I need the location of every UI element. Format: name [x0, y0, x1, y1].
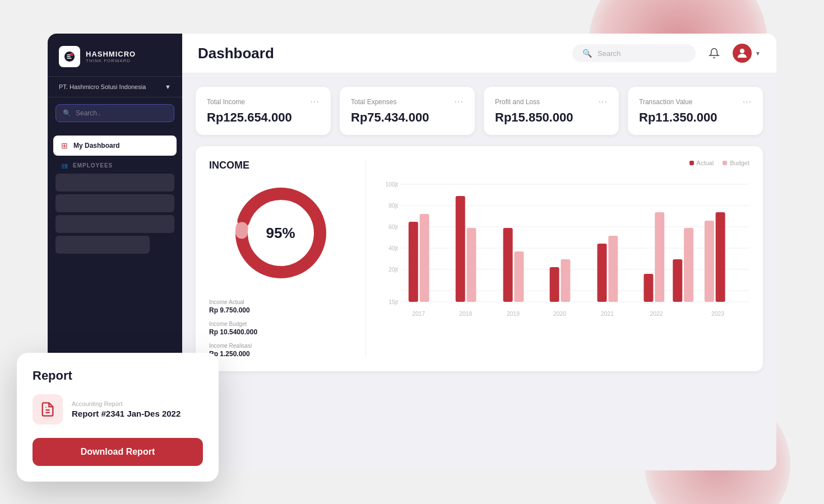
income-section: INCOME 95% [196, 146, 763, 371]
donut-center-value: 95% [266, 225, 295, 242]
kpi-row: Total Income ··· Rp125.654.000 Total Exp… [196, 87, 763, 135]
kpi-more-income[interactable]: ··· [311, 97, 320, 107]
sidebar-search-input[interactable] [76, 109, 167, 117]
svg-text:20jt: 20jt [388, 266, 398, 273]
report-info: Accounting Report Report #2341 Jan-Des 2… [72, 400, 180, 418]
section-label-text: EMPLOYEES [73, 162, 113, 169]
kpi-header-profit: Profit and Loss ··· [495, 97, 608, 107]
legend-budget: Budget [723, 160, 749, 166]
svg-rect-21 [467, 228, 476, 302]
chart-legend: Actual Budget [379, 160, 749, 166]
svg-text:100jt: 100jt [386, 181, 399, 188]
report-type: Accounting Report [72, 400, 180, 407]
svg-rect-31 [684, 228, 693, 302]
budget-dot [723, 161, 727, 165]
nav-placeholder-2[interactable] [55, 194, 174, 212]
svg-text:2021: 2021 [601, 310, 614, 317]
svg-rect-22 [503, 228, 513, 302]
header-search-icon: 🔍 [582, 49, 592, 58]
report-item: Accounting Report Report #2341 Jan-Des 2… [33, 394, 203, 424]
kpi-more-transaction[interactable]: ··· [743, 97, 752, 107]
kpi-header-expenses: Total Expenses ··· [351, 97, 464, 107]
actual-dot [689, 161, 694, 165]
svg-rect-29 [655, 212, 664, 302]
svg-point-1 [740, 49, 744, 53]
kpi-card-transaction: Transaction Value ··· Rp11.350.000 [628, 87, 763, 135]
sidebar-search-container: 🔍 [55, 104, 174, 122]
svg-text:2019: 2019 [507, 310, 520, 317]
search-bar-container: 🔍 [572, 44, 696, 62]
bar-chart-svg: 100jt 80jt 60jt 40jt 20jt 15jt [379, 173, 749, 330]
income-legend: Income Actual Rp 9.750.000 Income Budget… [209, 299, 352, 358]
user-dropdown[interactable]: ▼ [733, 44, 761, 63]
logo-text: HASHMICRO THINK FORWARD [86, 50, 136, 63]
svg-text:15jt: 15jt [388, 298, 398, 305]
nav-placeholder-3[interactable] [55, 215, 174, 233]
svg-text:80jt: 80jt [388, 202, 398, 209]
logo-icon [59, 46, 80, 67]
svg-rect-23 [514, 251, 524, 302]
kpi-title-transaction: Transaction Value [639, 98, 692, 106]
svg-text:2018: 2018 [459, 310, 472, 317]
report-popup: Report Accounting Report Report #2341 Ja… [17, 353, 219, 482]
kpi-value-income: Rp125.654.000 [207, 110, 320, 125]
notification-bell-icon[interactable] [705, 44, 724, 63]
kpi-title-income: Total Income [207, 98, 245, 106]
legend-actual: Actual [689, 160, 714, 166]
report-file-icon [33, 394, 63, 424]
svg-rect-33 [716, 212, 725, 302]
employees-icon: 👥 [61, 162, 68, 169]
download-report-button[interactable]: Download Report [33, 438, 203, 466]
legend-value-budget: Rp 10.5400.000 [209, 328, 352, 336]
svg-rect-26 [597, 244, 607, 302]
kpi-more-profit[interactable]: ··· [599, 97, 608, 107]
svg-rect-18 [409, 222, 418, 302]
svg-text:40jt: 40jt [388, 245, 398, 251]
income-left: INCOME 95% [209, 160, 366, 358]
kpi-value-transaction: Rp11.350.000 [639, 110, 752, 125]
logo-container: HASHMICRO THINK FORWARD [59, 46, 171, 67]
kpi-title-expenses: Total Expenses [351, 98, 396, 106]
header-search-input[interactable] [598, 49, 686, 58]
legend-value-realisasi: Rp 1.250.000 [209, 350, 352, 358]
avatar [733, 44, 752, 63]
company-selector[interactable]: PT. Hashmicro Solusi Indonesia ▼ [48, 77, 182, 97]
nav-placeholder-1[interactable] [55, 174, 174, 192]
svg-text:2020: 2020 [553, 310, 566, 317]
logo-tagline: THINK FORWARD [86, 58, 136, 63]
logo-name: HASHMICRO [86, 50, 136, 58]
sidebar-item-dashboard[interactable]: ⊞ My Dashboard [53, 136, 177, 156]
svg-text:2017: 2017 [412, 310, 425, 317]
kpi-card-expenses: Total Expenses ··· Rp75.434.000 [340, 87, 475, 135]
nav-placeholder-4[interactable] [55, 236, 150, 254]
kpi-value-profit: Rp15.850.000 [495, 110, 608, 125]
legend-label-realisasi: Income Realisasi [209, 343, 352, 349]
kpi-more-expenses[interactable]: ··· [455, 97, 464, 107]
header: Dashboard 🔍 [182, 34, 776, 73]
income-chart-title: INCOME [209, 160, 249, 171]
kpi-card-income: Total Income ··· Rp125.654.000 [196, 87, 331, 135]
company-name: PT. Hashmicro Solusi Indonesia [59, 83, 146, 90]
legend-item-realisasi: Income Realisasi Rp 1.250.000 [209, 343, 352, 358]
bar-chart-container: 100jt 80jt 60jt 40jt 20jt 15jt [379, 173, 749, 358]
svg-rect-28 [644, 274, 653, 302]
report-name: Report #2341 Jan-Des 2022 [72, 409, 180, 418]
kpi-title-profit: Profit and Loss [495, 98, 540, 106]
svg-text:60jt: 60jt [388, 223, 398, 230]
svg-rect-30 [673, 259, 682, 302]
page-title: Dashboard [198, 45, 274, 62]
kpi-header-transaction: Transaction Value ··· [639, 97, 752, 107]
sidebar-logo: HASHMICRO THINK FORWARD [48, 34, 182, 77]
main-content: Dashboard 🔍 [182, 34, 776, 470]
sidebar-item-label: My Dashboard [73, 142, 120, 150]
donut-chart: 95% [230, 183, 331, 283]
legend-budget-label: Budget [730, 160, 749, 166]
kpi-header-income: Total Income ··· [207, 97, 320, 107]
svg-text:2022: 2022 [650, 310, 663, 317]
legend-label-actual: Income Actual [209, 299, 352, 305]
section-employees: 👥 EMPLOYEES [48, 158, 182, 171]
legend-value-actual: Rp 9.750.000 [209, 306, 352, 314]
chevron-down-icon: ▼ [755, 50, 761, 57]
kpi-card-profit: Profit and Loss ··· Rp15.850.000 [484, 87, 619, 135]
legend-actual-label: Actual [697, 160, 714, 166]
